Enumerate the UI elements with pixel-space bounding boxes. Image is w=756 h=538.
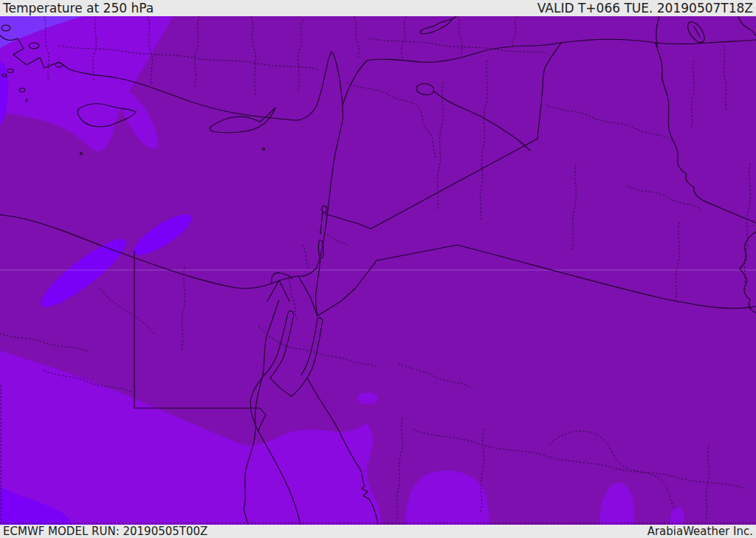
map-title: Temperature at 250 hPa	[3, 1, 154, 15]
model-run-label: ECMWF MODEL RUN: 20190505T00Z	[3, 525, 207, 538]
title-bar: Temperature at 250 hPa VALID T+066 TUE. …	[0, 0, 756, 16]
footer-bar: ECMWF MODEL RUN: 20190505T00Z ArabiaWeat…	[0, 525, 756, 538]
weather-product-window: { "header": { "title": "Temperature at 2…	[0, 0, 756, 538]
temperature-field-map	[0, 16, 756, 525]
valid-time-label: VALID T+066 TUE. 20190507T18Z	[537, 1, 753, 15]
weather-map	[0, 16, 756, 525]
credit-label: ArabiaWeather Inc.	[647, 525, 753, 538]
